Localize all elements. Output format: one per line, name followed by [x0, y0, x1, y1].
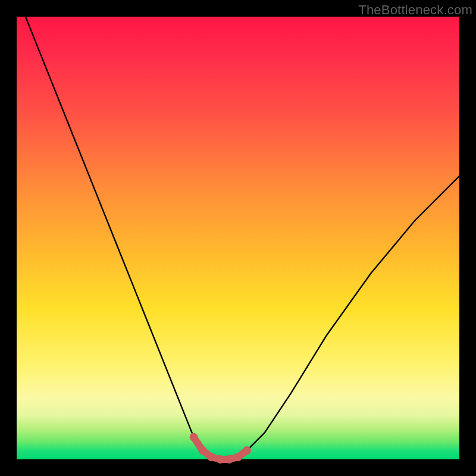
watermark-text: TheBottleneck.com	[358, 2, 472, 18]
trough-dot	[216, 455, 224, 464]
bottleneck-curve	[26, 17, 459, 459]
plot-area	[17, 17, 459, 459]
trough-dot	[234, 453, 242, 461]
trough-dot	[207, 453, 215, 461]
trough-dot	[198, 446, 206, 455]
chart-frame: TheBottleneck.com	[0, 0, 476, 476]
trough-dot	[243, 446, 251, 455]
trough-dot	[225, 455, 233, 464]
trough-dot	[190, 433, 198, 441]
chart-svg	[17, 17, 459, 459]
